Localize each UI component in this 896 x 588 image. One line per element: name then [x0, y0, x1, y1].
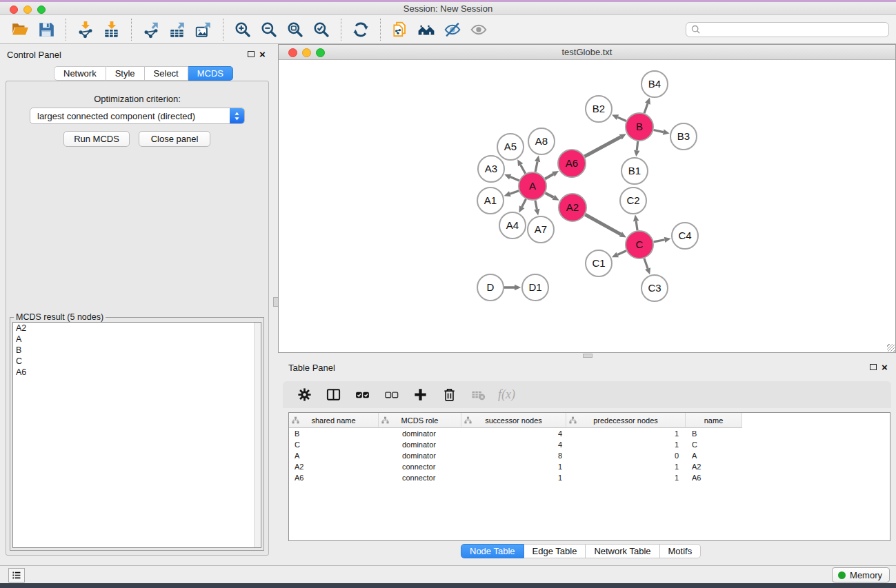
graph-node-B[interactable]: B — [626, 113, 653, 141]
graph-edge-C-C2[interactable] — [636, 221, 637, 230]
zoom-in-icon[interactable] — [232, 19, 253, 40]
tab-motifs[interactable]: Motifs — [660, 544, 701, 558]
tab-style[interactable]: Style — [106, 66, 145, 81]
optimization-criterion-dropdown[interactable]: largest connected component (directed) — [30, 108, 245, 124]
export-network-icon[interactable] — [141, 19, 161, 40]
close-panel-button[interactable]: Close panel — [139, 131, 210, 147]
control-panel-close-icon[interactable]: × — [259, 50, 266, 59]
graph-node-D1[interactable]: D1 — [522, 274, 548, 301]
search-input[interactable] — [704, 23, 884, 35]
graph-node-A5[interactable]: A5 — [497, 134, 524, 160]
tab-node-table[interactable]: Node Table — [461, 544, 524, 558]
graph-node-A[interactable]: A — [519, 172, 546, 200]
graph-edge-A-A4[interactable] — [522, 199, 526, 207]
graph-node-C3[interactable]: C3 — [641, 275, 668, 301]
network-canvas[interactable]: AA1A2A3A4A5A6A7A8BB1B2B3B4CC1C2C3C4DD1 — [279, 60, 895, 352]
graph-edge-B-B1[interactable] — [637, 141, 637, 150]
table-row[interactable]: A2connector11A2 — [289, 461, 890, 472]
table-row[interactable]: Bdominator41B — [289, 428, 890, 439]
tab-select[interactable]: Select — [145, 66, 188, 81]
resize-grip-icon[interactable] — [887, 344, 895, 352]
import-table-icon[interactable] — [101, 19, 122, 40]
graph-node-A2[interactable]: A2 — [559, 194, 586, 221]
graph-node-A8[interactable]: A8 — [528, 128, 555, 154]
table-row[interactable]: A6connector11A6 — [289, 472, 890, 483]
tab-network-table[interactable]: Network Table — [586, 544, 659, 558]
column-header-shared-name[interactable]: shared name — [289, 413, 379, 428]
select-all-icon[interactable] — [352, 385, 372, 405]
table-row[interactable]: Adominator80A — [289, 450, 890, 461]
graph-edge-B-B4[interactable] — [644, 103, 648, 113]
zoom-fit-icon[interactable] — [285, 19, 306, 40]
graph-node-A7[interactable]: A7 — [528, 216, 554, 243]
result-item[interactable]: A2 — [13, 323, 261, 334]
graph-node-B4[interactable]: B4 — [641, 71, 668, 97]
zoom-out-icon[interactable] — [259, 19, 279, 40]
graph-edge-A-A6[interactable] — [545, 174, 553, 179]
network-window-titlebar[interactable]: testGlobe.txt — [279, 45, 895, 60]
graph-node-B1[interactable]: B1 — [621, 158, 648, 184]
control-panel-float-icon[interactable] — [248, 51, 255, 57]
graph-edge-A-A2[interactable] — [546, 193, 554, 197]
zoom-selected-icon[interactable] — [311, 19, 332, 40]
graph-edge-A-A1[interactable] — [510, 191, 519, 194]
graph-node-A3[interactable]: A3 — [478, 156, 504, 182]
graph-node-A1[interactable]: A1 — [477, 187, 504, 214]
save-session-icon[interactable] — [36, 19, 57, 40]
import-network-icon[interactable] — [75, 19, 96, 40]
export-table-icon[interactable] — [167, 19, 188, 40]
graph-node-C4[interactable]: C4 — [672, 223, 698, 249]
delete-icon[interactable] — [439, 385, 459, 405]
graph-node-C2[interactable]: C2 — [620, 187, 646, 214]
columns-icon[interactable] — [323, 385, 344, 405]
deselect-all-icon[interactable] — [381, 385, 401, 405]
gear-icon[interactable] — [294, 385, 315, 405]
eye-slash-icon[interactable] — [442, 19, 463, 40]
tab-edge-table[interactable]: Edge Table — [524, 544, 586, 558]
table-divider-grip[interactable] — [583, 354, 593, 358]
graph-edge-C-C1[interactable] — [617, 251, 626, 255]
graph-node-C[interactable]: C — [626, 231, 653, 258]
search-field[interactable] — [686, 22, 889, 37]
graph-node-B2[interactable]: B2 — [586, 96, 612, 122]
add-column-icon[interactable] — [410, 385, 430, 405]
table-panel-float-icon[interactable] — [870, 364, 877, 370]
graph-node-C1[interactable]: C1 — [586, 250, 612, 276]
houses-icon[interactable] — [416, 19, 437, 40]
graph-edge-A-A8[interactable] — [535, 161, 537, 172]
column-header-name[interactable]: name — [686, 413, 742, 428]
memory-button[interactable]: Memory — [832, 567, 890, 582]
graph-edge-A-A5[interactable] — [521, 165, 526, 174]
graph-node-A6[interactable]: A6 — [558, 150, 586, 177]
column-header-successor-nodes[interactable]: successor nodes — [461, 413, 566, 428]
tab-mcds[interactable]: MCDS — [188, 66, 233, 81]
column-header-predecessor-nodes[interactable]: predecessor nodes — [566, 413, 686, 428]
clone-network-icon[interactable] — [390, 19, 410, 40]
result-item[interactable]: B — [13, 345, 261, 356]
graph-edge-C-C4[interactable] — [654, 240, 665, 242]
result-item[interactable]: C — [13, 356, 261, 367]
graph-node-A4[interactable]: A4 — [499, 212, 526, 239]
graph-edge-C-C3[interactable] — [644, 258, 648, 269]
table-row[interactable]: Cdominator41C — [289, 439, 890, 450]
graph-edge-A-A3[interactable] — [510, 177, 519, 181]
table-panel-close-icon[interactable]: × — [882, 363, 888, 372]
result-list-scrollbar[interactable] — [254, 323, 261, 547]
open-file-icon[interactable] — [10, 19, 30, 40]
graph-edge-B-B3[interactable] — [654, 130, 664, 132]
result-item[interactable]: A — [13, 334, 261, 345]
run-mcds-button[interactable]: Run MCDS — [63, 131, 130, 147]
graph-edge-A6-B[interactable] — [584, 137, 620, 156]
eye-icon[interactable] — [468, 19, 489, 40]
graph-edge-A2-C[interactable] — [585, 214, 621, 234]
column-header-MCDS-role[interactable]: MCDS role — [379, 413, 461, 428]
graph-edge-B-B2[interactable] — [617, 117, 626, 121]
result-item[interactable]: A6 — [13, 367, 261, 378]
refresh-icon[interactable] — [350, 19, 371, 40]
graph-node-D[interactable]: D — [477, 274, 504, 301]
graph-node-B3[interactable]: B3 — [670, 123, 697, 150]
graph-edge-A-A7[interactable] — [535, 201, 537, 210]
export-image-icon[interactable] — [193, 19, 214, 40]
tab-network[interactable]: Network — [54, 66, 106, 81]
task-history-button[interactable] — [8, 568, 25, 582]
